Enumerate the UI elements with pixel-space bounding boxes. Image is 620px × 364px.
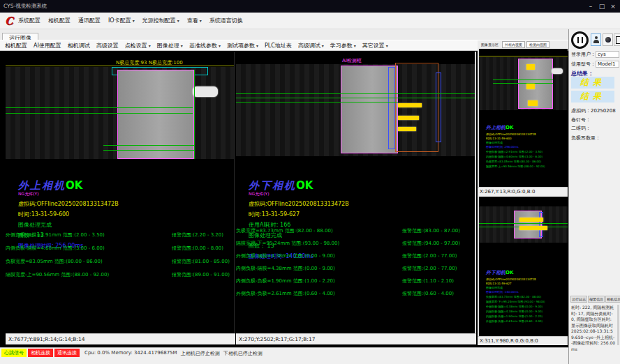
minimize-button[interactable]: – xyxy=(585,0,596,13)
camera-connect-badge: 相机连接 xyxy=(28,349,53,357)
pixel-readout-mini-lower: X:311,Y:980,R:0,G:0,B:0 xyxy=(478,336,568,345)
maximize-button[interactable]: □ xyxy=(596,0,607,13)
measurement-value: 负极宽度=83.05mm 范围:(80.00 - 86.00) xyxy=(6,258,103,265)
measurement-alarm-range: 报警范围:(89.00 - 91.00) xyxy=(172,271,230,278)
part-connector xyxy=(552,68,563,74)
log-tab-camera[interactable]: 相机信息 xyxy=(605,296,620,303)
chevron-down-icon: ▾ xyxy=(354,43,356,48)
user-orb-icon xyxy=(605,37,611,43)
measurement-alarm-range: 报警范围:(2.00 - 77.00) xyxy=(402,265,457,272)
process-done-text: 图像处理完成 xyxy=(486,141,566,144)
menu-comm-config[interactable]: 通讯配置 xyxy=(78,17,101,24)
measure-line xyxy=(236,93,476,94)
measurement-row: 负极宽度=83.05mm 范围:(80.00 - 86.00) xyxy=(486,160,566,163)
part-connector xyxy=(193,86,218,97)
mini-tab-outer-frame[interactable]: 外框内视图 xyxy=(502,41,525,48)
measurement-list-upper: 外侧负极-隔膜=2.91mm 范围:(2.00 - 3.50) 报警范围:(2.… xyxy=(6,232,234,285)
measurement-row: 内侧负极-负极=1.90mm 范围:(1.00 - 2.20) xyxy=(486,314,566,318)
exit-button[interactable]: → xyxy=(614,33,620,46)
tool-camera-config[interactable]: 相机配置 xyxy=(5,42,27,50)
camera-view-lower[interactable]: AI检测框 外下相机OK NG允许(Y) 虚拟码:OFFIine20250208… xyxy=(236,52,476,333)
mini-tab-detect-frame[interactable]: 检测内视图 xyxy=(526,41,549,48)
mini-tab-display-area[interactable]: 图像显示区 xyxy=(479,42,501,47)
camera-image-upper[interactable]: N极总宽度:93 N极总宽度:100 xyxy=(6,57,234,163)
status-bar: 心跳信号 相机连接 通讯连接 Cpu: 0.0% Memory: 3424.41… xyxy=(0,347,568,364)
menu-camera-config[interactable]: 相机配置 xyxy=(48,17,71,24)
menu-view[interactable]: 查看▾ xyxy=(187,17,202,24)
menu-bar: C 系统配置 相机配置 通讯配置 IO卡配置▾ 光源控制配置▾ 查看▾ 系统语言… xyxy=(0,13,620,29)
measurement-value: 外侧负极-负极=2.61mm 范围:(0.60 - 4.00) xyxy=(236,290,335,297)
log-tab-alarm[interactable]: 报警信息 xyxy=(588,296,605,303)
menu-light-config[interactable]: 光源控制配置▾ xyxy=(142,17,179,24)
camera-name: 外下相机 xyxy=(249,179,296,192)
menu-language-switch[interactable]: 系统语言切换 xyxy=(209,17,243,24)
login-user-button[interactable] xyxy=(591,33,601,46)
process-time: 图像处理时间: 256.00ms xyxy=(486,145,566,149)
highlight-label xyxy=(398,103,422,107)
measurement-value: 外侧负极-隔膜=2.91mm 范围:(2.00 - 3.50) xyxy=(6,232,105,238)
close-button[interactable]: × xyxy=(607,0,619,13)
camera-image-lower[interactable]: AI检测框 xyxy=(236,57,475,163)
pause-icon xyxy=(577,37,583,43)
tool-camera-debug[interactable]: 相机调试 xyxy=(68,42,90,50)
inspected-part xyxy=(514,211,542,238)
chevron-down-icon: ▾ xyxy=(149,43,151,48)
measure-line xyxy=(6,107,193,108)
measurement-value: 外侧负极-隔膜=4.38mm 范围:(0.00 - 9.00) xyxy=(236,252,335,259)
tool-plc-address[interactable]: PLC地址表 xyxy=(265,42,292,50)
tool-spot-check[interactable]: 点检设置▾ xyxy=(125,42,151,50)
process-done-text: 图像处理完成 xyxy=(486,286,566,289)
capture-time: 时间:13-31-59-627 xyxy=(249,211,458,218)
measurement-row: 负极宽度=83.73mm 范围:(82.00 - 88.00) 报警范围:(83… xyxy=(236,227,475,240)
pixel-readout-mini-upper: X:267,Y:13,R:0,G:0,B:0 xyxy=(478,187,568,197)
measurement-row: 外侧负极-隔膜=2.91mm 范围:(2.00 - 3.50) 报警范围:(2.… xyxy=(6,232,234,245)
measurement-alarm-range: 报警范围:(2.20 - 3.20) xyxy=(172,232,223,238)
measurement-row: 内侧负极-负极=1.90mm 范围:(1.00 - 2.20) 报警范围:(1.… xyxy=(236,278,475,290)
heartbeat-status-badge: 心跳信号 xyxy=(1,349,27,357)
tool-learning-params[interactable]: 学习参数▾ xyxy=(330,42,356,50)
pause-button[interactable] xyxy=(571,31,589,49)
measurement-row: 内侧负极-隔膜=4.60mm 范围:(3.00 - 6.00) 报警范围:(0.… xyxy=(6,245,234,258)
tool-test-params[interactable]: 测试项参数▾ xyxy=(227,42,258,50)
camera-name: 外上相机 xyxy=(18,179,66,192)
tool-advanced-settings[interactable]: 高级设置 xyxy=(96,42,119,50)
virtual-code-row: 虚拟码：20250208 xyxy=(571,107,616,114)
mini-view-lower[interactable]: 外下相机OK 虚拟码:OFFIine2025020813313472B 时间:1… xyxy=(478,197,568,336)
mini-result-info-lower: 外下相机OK 虚拟码:OFFIine2025020813313472B 时间:1… xyxy=(486,264,566,323)
measurement-row: 负极宽度=83.05mm 范围:(80.00 - 86.00) 报警范围:(81… xyxy=(6,258,234,271)
highlight-label xyxy=(519,226,547,230)
tool-other-settings[interactable]: 其它设置▾ xyxy=(362,42,388,50)
measure-line xyxy=(103,150,194,151)
mini-view-upper[interactable]: 外上相机OK 虚拟码:OFFIine2025020813313472B 时间:1… xyxy=(478,49,568,187)
tool-baseline-params[interactable]: 基准线参数▾ xyxy=(189,42,221,50)
mini-view-tabs: 图像显示区 外框内视图 检测内视图 xyxy=(478,40,568,49)
measurement-row: 隔膜宽度-上=90.56mm 范围:(88.00 - 92.00) 报警范围:(… xyxy=(6,271,234,285)
measurement-value: 隔膜宽度-下=95.24mm 范围:(93.00 - 98.00) xyxy=(236,240,339,247)
tool-image-process[interactable]: 图像处理▾ xyxy=(157,42,183,50)
log-scrollbar[interactable] xyxy=(617,305,619,345)
qr-code-label: 二维码： xyxy=(571,125,591,132)
measurement-row: 负极宽度=83.73mm 范围:(82.00 - 88.00) xyxy=(486,295,566,298)
measurement-row: 隔膜宽度-上=90.56mm 范围:(88.00 - 92.00) xyxy=(486,165,566,168)
virtual-code-label: 虚拟码： xyxy=(571,108,591,114)
camera-view-upper[interactable]: N极总宽度:93 N极总宽度:100 外上相机OK NG允许(Y) 虚拟码:OF… xyxy=(6,52,235,333)
result-ok-badge: OK xyxy=(66,179,82,192)
tool-ai-config[interactable]: AI使用配置 xyxy=(34,42,61,50)
tool-advanced-debug[interactable]: 高级调试▾ xyxy=(298,42,324,50)
title-bar: CYS-视觉检测系统 – □ × xyxy=(0,0,620,13)
chevron-down-icon: ▾ xyxy=(386,43,388,48)
lower-camera-status: 下相机已停止检测 xyxy=(223,350,263,357)
menu-io-config[interactable]: IO卡配置▾ xyxy=(108,17,135,24)
cpu-memory-text: Cpu: 0.0% Memory: 3424.41796875M xyxy=(84,350,177,356)
ai-detect-box xyxy=(395,63,438,152)
menu-system-config[interactable]: 系统配置 xyxy=(18,17,40,24)
result-ok-badge: OK xyxy=(296,179,313,192)
account-button[interactable] xyxy=(603,33,613,46)
log-tab-run[interactable]: 运行日志 xyxy=(570,296,587,303)
tab-strip: 运行图像 xyxy=(0,29,568,40)
tab-count-label: 负极耳数量： xyxy=(571,135,600,142)
virtual-barcode: 虚拟码:OFFIine2025020813313472B xyxy=(249,200,458,208)
measurement-row: 隔膜宽度-下=95.24mm 范围:(93.00 - 98.00) 报警范围:(… xyxy=(236,240,475,252)
person-icon xyxy=(595,36,598,39)
login-user-row: 登录用户：cys xyxy=(571,51,619,58)
